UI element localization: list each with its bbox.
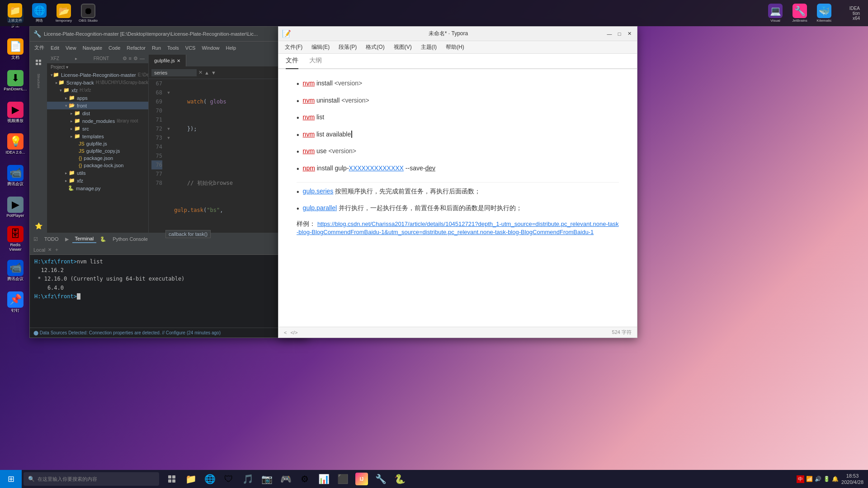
desktop-icon-video[interactable]: ▶ 视频播放 — [0, 97, 31, 128]
tree-project-label[interactable]: Project ▾ — [47, 63, 148, 71]
tree-item-gulpfile[interactable]: JS gulpfile.js — [47, 140, 148, 147]
minimize-tree-icon[interactable]: — — [140, 56, 145, 61]
settings-icon[interactable]: ⚙ — [133, 56, 138, 61]
tray-volume-icon[interactable]: 🔊 — [815, 476, 821, 482]
tree-item-package-lock[interactable]: {} package-lock.json — [47, 162, 148, 169]
tree-item-utils[interactable]: ▸ 📁 utils — [47, 169, 148, 177]
tree-item-templates[interactable]: ▸ 📁 templates — [47, 132, 148, 140]
topbar-app-kitematic[interactable]: 🐳 Kitematic — [813, 2, 835, 24]
taskbar-task-view[interactable] — [163, 470, 181, 488]
statusbar-data-sources[interactable]: ⬤ Data Sources Detected: Connection prop… — [33, 330, 221, 335]
menu-code[interactable]: Code — [106, 44, 123, 52]
project-icon[interactable] — [32, 56, 45, 69]
topbar-app-jetbrains[interactable]: 🔧 JetBrains — [788, 2, 811, 24]
topbar-app-obs[interactable]: ⏺ OBS Studio — [77, 2, 99, 24]
tab-gulpfile[interactable]: gulpfile.js ✕ — [149, 55, 186, 66]
statusbar-code-icon[interactable]: </> — [290, 330, 297, 335]
taskbar-clock[interactable]: 18:53 2020/4/28 — [841, 473, 863, 486]
sync-icon[interactable]: ⚙ — [123, 56, 127, 61]
tray-battery-icon[interactable]: 🔋 — [823, 476, 830, 482]
tab-todo[interactable]: TODO — [42, 235, 61, 243]
menu-vcs[interactable]: VCS — [183, 44, 198, 52]
taskbar-search[interactable]: 🔍 在这里输入你要搜索的内容 — [24, 472, 159, 486]
tree-item-dist[interactable]: ▸ 📁 dist — [47, 109, 148, 117]
tab-terminal[interactable]: Terminal — [72, 235, 97, 243]
tree-item-src[interactable]: ▸ 📁 src — [47, 125, 148, 132]
desktop-icon-dingtalk[interactable]: 📌 钉钉 — [0, 287, 31, 318]
topbar-app-shangban[interactable]: 📁 上班文件 — [4, 2, 26, 24]
desktop-icon-tencent[interactable]: 📹 腾讯会议 — [0, 160, 31, 191]
clear-search-icon[interactable]: ✕ — [198, 70, 203, 75]
typora-content-area[interactable]: nvm install <version> nvm uninstall <ver… — [278, 69, 637, 327]
close-terminal-icon[interactable]: ✕ — [48, 247, 52, 252]
typora-menu-view[interactable]: 视图(V) — [391, 42, 415, 52]
taskbar-chart[interactable]: 📊 — [315, 470, 333, 488]
add-terminal-instance-icon[interactable]: ＋ — [54, 246, 59, 253]
fold-icon-68[interactable]: ▼ — [165, 88, 172, 97]
taskbar-app2[interactable]: 🔧 — [372, 470, 390, 488]
desktop-icon-tencent2[interactable]: 📹 腾讯会议 — [0, 255, 31, 286]
menu-tools[interactable]: Tools — [165, 44, 182, 52]
collapse-icon[interactable]: ≡ — [129, 56, 132, 61]
taskbar-camera[interactable]: 📷 — [258, 470, 276, 488]
typora-tab-file[interactable]: 文件 — [286, 54, 298, 69]
desktop-icon-docs[interactable]: 📄 文档 — [0, 34, 31, 65]
terminal-content[interactable]: H:\xfz\front>nvm list 12.16.2 * 12.16.0 … — [30, 255, 308, 328]
topbar-app-visual[interactable]: 💻 Visual — [764, 2, 787, 24]
taskbar-terminal[interactable]: ⬛ — [334, 470, 352, 488]
tray-notification-icon[interactable]: 🔔 — [832, 476, 839, 482]
desktop-icon-pan[interactable]: ⬇ PanDownL... — [0, 66, 31, 96]
taskbar-shield[interactable]: 🛡 — [220, 470, 238, 488]
menu-run[interactable]: Run — [149, 44, 164, 52]
tree-item-xfz2[interactable]: ▸ 📁 xfz — [47, 177, 148, 184]
tree-item-package[interactable]: {} package.json — [47, 155, 148, 162]
start-button[interactable]: ⊞ — [0, 470, 22, 488]
tree-item-root[interactable]: ▾ 📁 License-Plate-Recognition-master E:\… — [47, 71, 148, 79]
favorites-icon[interactable]: ⭐ — [32, 219, 45, 233]
taskbar-explorer[interactable]: 📁 — [182, 470, 200, 488]
taskbar-chrome[interactable]: 🌐 — [201, 470, 219, 488]
menu-file[interactable]: 文件 — [32, 43, 47, 52]
menu-refactor[interactable]: Refactor — [124, 44, 148, 52]
typora-tab-outline[interactable]: 大纲 — [309, 54, 322, 69]
taskbar-intellij[interactable]: IJ — [353, 470, 371, 488]
typora-maximize-button[interactable]: □ — [615, 30, 623, 38]
menu-help[interactable]: Help — [223, 44, 239, 52]
typora-menu-file[interactable]: 文件(F) — [282, 42, 305, 52]
search-input[interactable] — [151, 69, 197, 76]
fold-icon-72[interactable]: ▼ — [165, 133, 172, 142]
tree-item-manage[interactable]: 🐍 manage.py — [47, 184, 148, 192]
taskbar-music[interactable]: 🎵 — [239, 470, 257, 488]
close-tab-icon[interactable]: ✕ — [177, 58, 180, 63]
tray-zhongwen-icon[interactable]: 中 — [797, 475, 804, 483]
structure-icon[interactable]: Structure — [32, 72, 45, 90]
tree-item-xfz[interactable]: ▾ 📁 xfz H:\xfz — [47, 86, 148, 94]
tab-python[interactable]: Python Console — [110, 235, 151, 243]
taskbar-app3[interactable]: 🐍 — [391, 470, 409, 488]
taskbar-settings[interactable]: ⚙ — [296, 470, 314, 488]
typora-minimize-button[interactable]: — — [605, 30, 613, 38]
tray-network-icon[interactable]: 📶 — [806, 476, 813, 482]
tree-item-scrapy[interactable]: ▸ 📁 Scrapy-back H:\BUCHIYU\Scrapy-back — [47, 79, 148, 86]
search-down-icon[interactable]: ▼ — [211, 70, 216, 75]
menu-edit[interactable]: Edit — [48, 44, 62, 52]
menu-view[interactable]: View — [63, 44, 79, 52]
typora-menu-help[interactable]: 帮助(H) — [443, 42, 467, 52]
desktop-icon-pot[interactable]: ▶ PotPlayer — [0, 192, 31, 223]
search-up-icon[interactable]: ▲ — [204, 70, 209, 75]
tree-item-node-modules[interactable]: ▸ 📁 node_modules library root — [47, 117, 148, 125]
typora-close-button[interactable]: ✕ — [625, 30, 633, 38]
sample-link[interactable]: https://blog.csdn.net/Charissa2017/artic… — [297, 221, 619, 235]
fold-icon-71[interactable]: ▼ — [165, 124, 172, 133]
tree-item-apps[interactable]: ▸ 📁 apps — [47, 94, 148, 102]
typora-menu-para[interactable]: 段落(P) — [336, 42, 359, 52]
typora-menu-format[interactable]: 格式(O) — [363, 42, 387, 52]
tree-item-gulpfile-copy[interactable]: JS gulpfile_copy.js — [47, 147, 148, 155]
taskbar-gamepad[interactable]: 🎮 — [277, 470, 295, 488]
menu-window[interactable]: Window — [199, 44, 222, 52]
typora-menu-edit[interactable]: 编辑(E) — [309, 42, 332, 52]
tree-item-front[interactable]: ▾ 📂 front — [47, 102, 148, 109]
desktop-icon-idea[interactable]: 💡 IDEA 2.6... — [0, 129, 31, 160]
topbar-app-temporary[interactable]: 📂 temporary — [52, 2, 75, 24]
typora-menu-theme[interactable]: 主题(I) — [418, 42, 439, 52]
